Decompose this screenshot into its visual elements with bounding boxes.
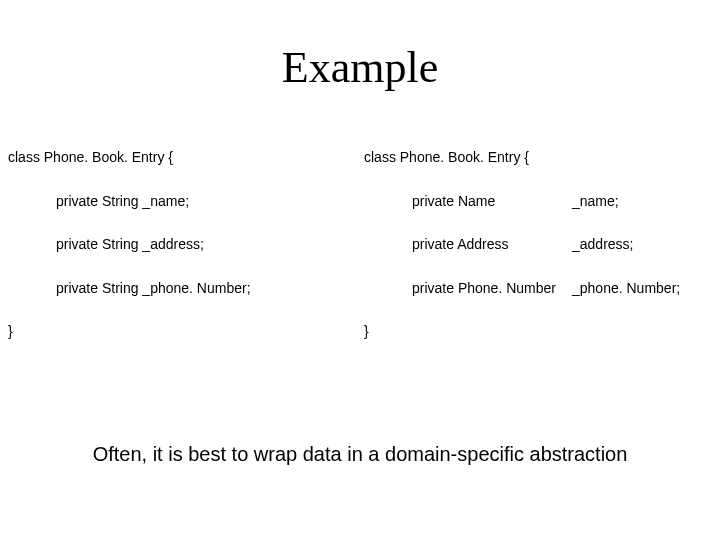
- code-right-type: private Address: [412, 236, 572, 254]
- code-right-var: _address;: [572, 236, 720, 254]
- code-left-header: class Phone. Book. Entry {: [8, 149, 364, 167]
- conclusion-text: Often, it is best to wrap data in a doma…: [0, 443, 720, 466]
- code-right-members: private Name _name; private Address _add…: [364, 193, 720, 298]
- code-right-type: private Name: [412, 193, 572, 211]
- code-left-member: private String _phone. Number;: [56, 280, 364, 298]
- slide: Example class Phone. Book. Entry { priva…: [0, 0, 720, 540]
- code-right-member: private Address _address;: [412, 236, 720, 254]
- code-right-member: private Name _name;: [412, 193, 720, 211]
- code-left-close: }: [8, 323, 364, 341]
- code-right-var: _name;: [572, 193, 720, 211]
- slide-title: Example: [0, 0, 720, 93]
- code-right-header: class Phone. Book. Entry {: [364, 149, 720, 167]
- code-left-member: private String _address;: [56, 236, 364, 254]
- code-right-column: class Phone. Book. Entry { private Name …: [364, 149, 720, 341]
- code-left-member: private String _name;: [56, 193, 364, 211]
- code-columns: class Phone. Book. Entry { private Strin…: [0, 149, 720, 341]
- code-right-var: _phone. Number;: [572, 280, 720, 298]
- code-right-member: private Phone. Number _phone. Number;: [412, 280, 720, 298]
- code-left-members: private String _name; private String _ad…: [8, 193, 364, 298]
- code-right-type: private Phone. Number: [412, 280, 572, 298]
- code-right-close: }: [364, 323, 720, 341]
- code-left-column: class Phone. Book. Entry { private Strin…: [0, 149, 364, 341]
